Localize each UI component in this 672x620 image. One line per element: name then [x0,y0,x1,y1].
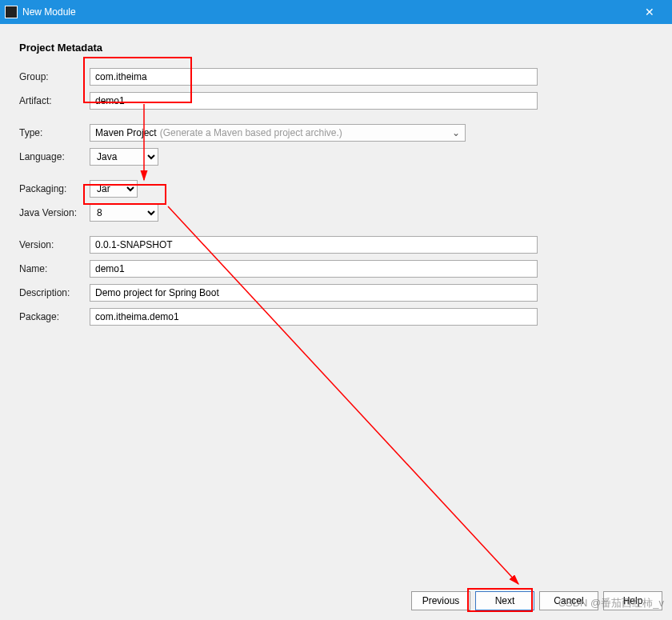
previous-button[interactable]: Previous [411,591,470,610]
content-area: Project Metadata Group: Artifact: Type: … [0,24,672,584]
packaging-select[interactable]: Jar [90,180,138,198]
row-language: Language: Java [19,148,653,166]
label-language: Language: [19,151,90,162]
type-value: Maven Project [95,127,157,138]
window-title: New Module [22,6,632,18]
next-button[interactable]: Next [475,591,534,610]
close-icon[interactable]: ✕ [632,6,667,18]
label-version: Version: [19,239,90,250]
row-packaging: Packaging: Jar [19,180,653,198]
cancel-button[interactable]: Cancel [539,591,598,610]
row-java-version: Java Version: 8 [19,204,653,222]
row-type: Type: Maven Project (Generate a Maven ba… [19,124,653,142]
language-select[interactable]: Java [90,148,158,166]
label-name: Name: [19,263,90,274]
java-version-select[interactable]: 8 [90,204,158,222]
app-icon [5,6,18,18]
titlebar: New Module ✕ [0,0,672,24]
group-input[interactable] [90,68,538,86]
type-select[interactable]: Maven Project (Generate a Maven based pr… [90,124,466,142]
row-package: Package: [19,308,653,326]
row-artifact: Artifact: [19,92,653,110]
name-input[interactable] [90,260,538,278]
label-description: Description: [19,287,90,298]
package-input[interactable] [90,308,538,326]
row-group: Group: [19,68,653,86]
label-packaging: Packaging: [19,183,90,194]
label-package: Package: [19,311,90,322]
type-hint: (Generate a Maven based project archive.… [160,127,342,138]
description-input[interactable] [90,284,538,302]
artifact-input[interactable] [90,92,538,110]
page-title: Project Metadata [19,42,653,54]
label-group: Group: [19,71,90,82]
label-type: Type: [19,127,90,138]
footer-buttons: Previous Next Cancel Help [411,591,662,610]
label-artifact: Artifact: [19,95,90,106]
row-name: Name: [19,260,653,278]
row-version: Version: [19,236,653,254]
help-button[interactable]: Help [603,591,662,610]
row-description: Description: [19,284,653,302]
label-java-version: Java Version: [19,207,90,218]
version-input[interactable] [90,236,538,254]
chevron-down-icon: ⌄ [452,127,460,138]
